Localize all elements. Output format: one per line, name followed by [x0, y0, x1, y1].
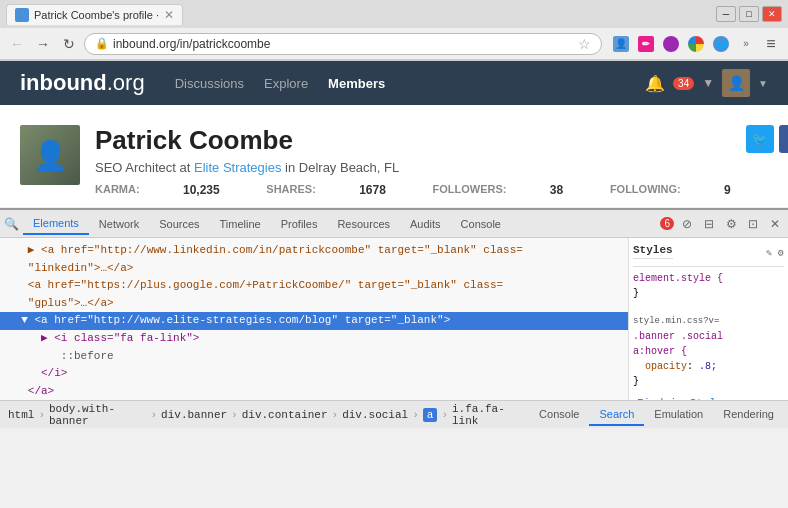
- site-nav: Discussions Explore Members: [175, 76, 645, 91]
- profile-actions: 🐦 f in g+ 🔗 + FOLLOW: [746, 125, 788, 191]
- profile-stats: KARMA: 10,235 SHARES: 1678 FOLLOWERS: 38…: [95, 183, 731, 197]
- nav-explore[interactable]: Explore: [264, 76, 308, 91]
- tab-timeline[interactable]: Timeline: [210, 214, 271, 234]
- ext-colorful-button[interactable]: [685, 33, 707, 55]
- element-style-block: element.style { }: [633, 271, 784, 301]
- devtools-bottom-bar: html › body.with-banner › div.banner › d…: [0, 400, 788, 428]
- hamburger-icon: ≡: [766, 35, 775, 53]
- breadcrumb: html › body.with-banner › div.banner › d…: [4, 403, 529, 427]
- avatar-dropdown-arrow[interactable]: ▼: [758, 78, 768, 89]
- tab-resources[interactable]: Resources: [327, 214, 400, 234]
- followers-value: 38: [550, 183, 563, 197]
- styles-panel-title: Styles: [633, 242, 673, 259]
- breadcrumb-div-banner[interactable]: div.banner: [161, 409, 227, 421]
- title-bar: Patrick Coombe's profile · ✕ ─ □ ✕: [0, 0, 788, 28]
- profile-info: Patrick Coombe SEO Architect at Elite St…: [95, 125, 731, 197]
- tab-audits[interactable]: Audits: [400, 214, 451, 234]
- bottom-tab-console[interactable]: Console: [529, 404, 589, 426]
- ext-chevron-button[interactable]: »: [735, 33, 757, 55]
- code-line-9: </a>: [0, 383, 628, 400]
- close-button[interactable]: ✕: [762, 6, 782, 22]
- tab-console[interactable]: Console: [451, 214, 511, 234]
- nav-members[interactable]: Members: [328, 76, 385, 91]
- breadcrumb-html[interactable]: html: [8, 409, 34, 421]
- tab-label: Patrick Coombe's profile ·: [34, 9, 159, 21]
- bottom-tab-emulation[interactable]: Emulation: [644, 404, 713, 426]
- tab-favicon: [15, 8, 29, 22]
- person-icon: 👤: [613, 36, 629, 52]
- following-label: FOLLOWING:: [610, 183, 681, 197]
- code-line-5-selected[interactable]: ▼ <a href="http://www.elite-strategies.c…: [0, 312, 628, 330]
- facebook-icon[interactable]: f: [779, 125, 788, 153]
- devtools-close-icon[interactable]: ✕: [766, 215, 784, 233]
- devtools-search-icon[interactable]: 🔍: [4, 217, 19, 231]
- tab-network[interactable]: Network: [89, 214, 149, 234]
- code-line-7: ::before: [0, 348, 628, 366]
- tab-profiles[interactable]: Profiles: [271, 214, 328, 234]
- devtools-panel: 🔍 Elements Network Sources Timeline Prof…: [0, 208, 788, 428]
- user-avatar[interactable]: 👤: [722, 69, 750, 97]
- ext-pink-button[interactable]: ✏: [635, 33, 657, 55]
- devtools-settings-icon[interactable]: ⚙: [722, 215, 740, 233]
- browser-tab[interactable]: Patrick Coombe's profile · ✕: [6, 4, 183, 25]
- back-button[interactable]: ←: [6, 33, 28, 55]
- karma-label: KARMA:: [95, 183, 140, 197]
- tab-elements[interactable]: Elements: [23, 213, 89, 235]
- site-content: inbound.org Discussions Explore Members …: [0, 61, 788, 208]
- tab-close-icon[interactable]: ✕: [164, 8, 174, 22]
- notification-badge[interactable]: 34: [673, 77, 694, 90]
- globe-ext-icon: 🌐: [713, 36, 729, 52]
- reload-button[interactable]: ↻: [58, 33, 80, 55]
- breadcrumb-div-container[interactable]: div.container: [242, 409, 328, 421]
- followers-label: FOLLOWERS:: [433, 183, 507, 197]
- title-suffix: in Delray Beach, FL: [285, 160, 399, 175]
- devtools-dock-icon[interactable]: ⊟: [700, 215, 718, 233]
- forward-button[interactable]: →: [32, 33, 54, 55]
- code-line-8: </i>: [0, 365, 628, 383]
- devtools-tab-bar: 🔍 Elements Network Sources Timeline Prof…: [0, 210, 788, 238]
- shares-label: SHARES:: [266, 183, 316, 197]
- breadcrumb-i-fa[interactable]: i.fa.fa-link: [452, 403, 525, 427]
- title-prefix: SEO Architect at: [95, 160, 194, 175]
- browser-actions: 👤 ✏ 🌐 » ≡: [610, 33, 782, 55]
- bookmark-icon[interactable]: ☆: [578, 36, 591, 52]
- nav-bar: ← → ↻ 🔒 inbound.org/in/patrickcoombe ☆ 👤…: [0, 28, 788, 60]
- devtools-filter-icon[interactable]: ⊘: [678, 215, 696, 233]
- devtools-body: ▶ <a href="http://www.linkedin.com/in/pa…: [0, 238, 788, 400]
- social-icons: 🐦 f in g+ 🔗: [746, 125, 788, 153]
- ext-globe-button[interactable]: 🌐: [710, 33, 732, 55]
- window-controls: ─ □ ✕: [716, 6, 782, 22]
- tab-sources[interactable]: Sources: [149, 214, 209, 234]
- notification-bell-icon[interactable]: 🔔: [645, 74, 665, 93]
- breadcrumb-body[interactable]: body.with-banner: [49, 403, 146, 427]
- bottom-tab-search[interactable]: Search: [589, 404, 644, 426]
- lock-icon: 🔒: [95, 37, 109, 50]
- company-link[interactable]: Elite Strategies: [194, 160, 281, 175]
- maximize-button[interactable]: □: [739, 6, 759, 22]
- nav-discussions[interactable]: Discussions: [175, 76, 244, 91]
- profile-section: 👤 Patrick Coombe SEO Architect at Elite …: [0, 105, 788, 208]
- ext-purple-button[interactable]: [660, 33, 682, 55]
- breadcrumb-a[interactable]: a: [423, 408, 438, 422]
- menu-button[interactable]: ≡: [760, 33, 782, 55]
- bottom-tab-rendering[interactable]: Rendering: [713, 404, 784, 426]
- breadcrumb-div-social[interactable]: div.social: [342, 409, 408, 421]
- following-value: 9: [724, 183, 731, 197]
- shares-value: 1678: [359, 183, 386, 197]
- code-line-4: "gplus">…</a>: [0, 295, 628, 313]
- user-dropdown-arrow[interactable]: ▼: [702, 76, 714, 90]
- minimize-button[interactable]: ─: [716, 6, 736, 22]
- pink-ext-icon: ✏: [638, 36, 654, 52]
- twitter-icon[interactable]: 🐦: [746, 125, 774, 153]
- chevron-right-icon: »: [743, 38, 749, 49]
- find-in-styles-link[interactable]: Find in Styles: [633, 393, 784, 401]
- profile-name: Patrick Coombe: [95, 125, 731, 156]
- header-right: 🔔 34 ▼ 👤 ▼: [645, 69, 768, 97]
- profile-title: SEO Architect at Elite Strategies in Del…: [95, 160, 731, 175]
- site-logo[interactable]: inbound.org: [20, 70, 145, 96]
- devtools-code-panel[interactable]: ▶ <a href="http://www.linkedin.com/in/pa…: [0, 238, 628, 400]
- browser-chrome: Patrick Coombe's profile · ✕ ─ □ ✕ ← → ↻…: [0, 0, 788, 61]
- address-bar[interactable]: 🔒 inbound.org/in/patrickcoombe ☆: [84, 33, 602, 55]
- profile-icon-button[interactable]: 👤: [610, 33, 632, 55]
- devtools-screen-icon[interactable]: ⊡: [744, 215, 762, 233]
